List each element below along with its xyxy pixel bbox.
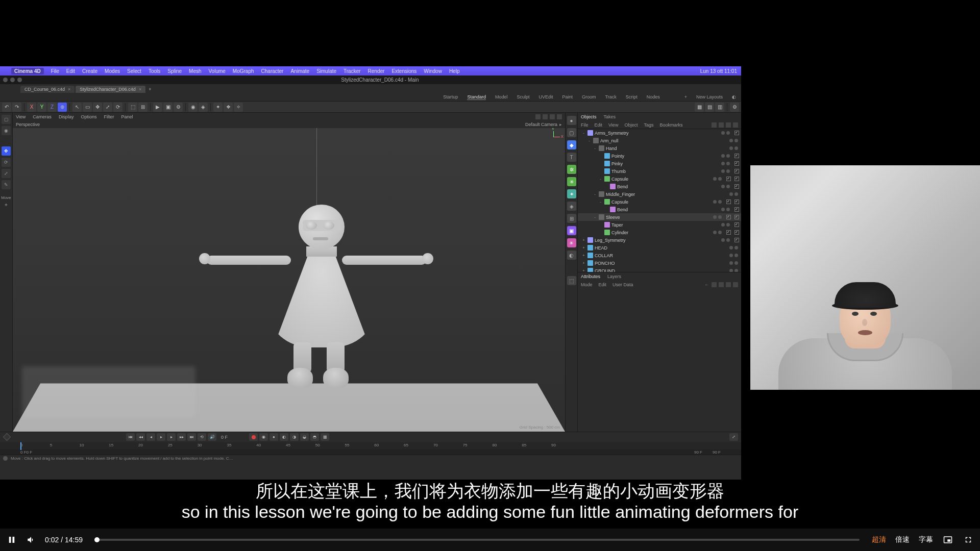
redo-button[interactable]: ↷ [12, 103, 21, 112]
axis-gizmo[interactable]: YX [548, 131, 560, 143]
scale-tool-icon[interactable]: ⤢ [2, 169, 11, 178]
visibility-dots[interactable] [729, 246, 738, 249]
palette-mograph-icon[interactable]: ✳ [567, 177, 576, 186]
key-pla-icon[interactable]: ◓ [310, 433, 319, 441]
visibility-dots[interactable] [721, 223, 730, 227]
key-pos-icon[interactable]: ● [270, 433, 278, 441]
layout-script[interactable]: Script [626, 94, 638, 99]
obj-menu-object[interactable]: Object [624, 122, 638, 128]
menu-edit[interactable]: Edit [66, 68, 75, 74]
vp-icon[interactable] [535, 114, 541, 119]
panel-icon[interactable] [719, 122, 724, 128]
attr-menu-mode[interactable]: Mode [581, 282, 593, 287]
layout-model[interactable]: Model [495, 94, 508, 99]
menu-animate[interactable]: Animate [290, 68, 309, 74]
visibility-dots[interactable] [721, 238, 730, 242]
menu-modes[interactable]: Modes [105, 68, 120, 74]
tree-row[interactable]: Cylinder [578, 229, 741, 236]
visibility-dots[interactable] [713, 231, 722, 234]
new-tab-button[interactable]: + [146, 86, 153, 93]
speed-button[interactable]: 倍速 [895, 535, 910, 544]
render-region-icon[interactable]: ▣ [163, 103, 173, 112]
palette-cube-icon[interactable]: ▢ [567, 128, 576, 137]
enable-checkbox[interactable] [734, 222, 739, 227]
key-param-icon[interactable]: ◒ [300, 433, 309, 441]
misc-tool-icon[interactable]: ✧ [234, 103, 243, 112]
axis-y-button[interactable]: Y [37, 103, 46, 112]
expand-icon[interactable]: + [581, 253, 586, 258]
close-icon[interactable]: × [139, 87, 141, 92]
enable-checkbox[interactable] [734, 238, 739, 242]
vp-menu-filter[interactable]: Filter [104, 114, 114, 119]
snap-enable-icon[interactable]: ◉ [188, 103, 198, 112]
menu-character[interactable]: Character [261, 68, 284, 74]
timeline-ruler[interactable]: 051015202530354045505560657075808590 [0, 442, 741, 450]
move-tool-icon[interactable]: ✥ [93, 103, 102, 112]
tab-takes[interactable]: Takes [604, 114, 616, 119]
layout-groom[interactable]: Groom [582, 94, 596, 99]
vp-menu-cameras[interactable]: Cameras [33, 114, 52, 119]
object-name[interactable]: Pinky [611, 161, 720, 166]
object-name[interactable]: Capsule [611, 199, 712, 205]
doc-tab-1[interactable]: CD_Course_06.c4d× [20, 86, 75, 93]
object-name[interactable]: Hand [606, 146, 728, 151]
object-name[interactable]: Leg_Symmetry [595, 238, 720, 243]
visibility-dots[interactable] [729, 261, 738, 265]
workplane-icon[interactable]: ◈ [199, 103, 208, 112]
visibility-dots[interactable] [721, 208, 730, 211]
render-view-icon[interactable]: ▶ [153, 103, 162, 112]
rotate-tool-icon[interactable]: ⟳ [113, 103, 122, 112]
menu-mesh[interactable]: Mesh [189, 68, 201, 74]
goto-start-icon[interactable]: ⏮ [126, 433, 135, 441]
menu-tracker[interactable]: Tracker [344, 68, 361, 74]
object-name[interactable]: Middle_Finger [606, 192, 728, 197]
object-name[interactable]: GROUND [595, 268, 728, 272]
expand-icon[interactable]: - [593, 192, 597, 196]
tree-row[interactable]: Bend [578, 206, 741, 213]
layout-uvedit[interactable]: UVEdit [538, 94, 553, 99]
object-name[interactable]: Thumb [611, 169, 720, 174]
tree-row[interactable]: -Hand [578, 144, 741, 152]
progress-bar[interactable] [95, 539, 860, 541]
expand-icon[interactable]: - [598, 177, 603, 181]
attr-menu-edit[interactable]: Edit [599, 282, 607, 287]
menu-extensions[interactable]: Extensions [391, 68, 416, 74]
expand-icon[interactable]: - [593, 146, 597, 151]
menu-select[interactable]: Select [127, 68, 141, 74]
visibility-dots[interactable] [729, 254, 738, 257]
record-icon[interactable] [249, 433, 258, 441]
layout-sculpt[interactable]: Sculpt [517, 94, 529, 99]
autokey-icon[interactable]: ◉ [259, 433, 268, 441]
enable-checkbox[interactable] [734, 161, 739, 166]
panel-icon[interactable] [733, 122, 738, 128]
misc-tool-icon[interactable]: ❖ [224, 103, 233, 112]
panel-icon[interactable] [719, 282, 724, 287]
attr-menu-userdata[interactable]: User Data [612, 282, 633, 287]
expand-icon[interactable]: + [581, 238, 586, 242]
object-name[interactable]: Taper [611, 222, 720, 228]
tag-icon[interactable] [734, 177, 739, 181]
enable-checkbox[interactable] [726, 177, 731, 181]
vp-menu-options[interactable]: Options [81, 114, 96, 119]
enable-checkbox[interactable] [726, 215, 731, 219]
key-mode-icon[interactable]: ▦ [321, 433, 329, 441]
render-settings-icon[interactable]: ⚙ [174, 103, 183, 112]
loop-icon[interactable]: ⟲ [198, 433, 206, 441]
cursor-tool-icon[interactable]: ↖ [72, 103, 82, 112]
panel-icon[interactable] [712, 122, 717, 128]
object-name[interactable]: Arms_Symmetry [595, 131, 720, 136]
tree-row[interactable]: +PONCHO [578, 259, 741, 267]
panel-icon[interactable] [712, 282, 717, 287]
palette-material-icon[interactable]: ◐ [567, 251, 576, 260]
next-frame-icon[interactable]: ▸ [167, 433, 176, 441]
layout-paint[interactable]: Paint [562, 94, 573, 99]
vp-menu-view[interactable]: View [16, 114, 26, 119]
settings-icon[interactable]: ⚙ [730, 103, 739, 112]
vp-icon[interactable] [543, 114, 548, 119]
timeline-range[interactable]: 0 F 0 F 90 F 90 F [0, 449, 741, 455]
tree-row[interactable]: Bend [578, 183, 741, 190]
expand-icon[interactable]: + [581, 245, 586, 250]
tree-row[interactable]: -Arm_null [578, 137, 741, 144]
menu-window[interactable]: Window [424, 68, 442, 74]
tree-row[interactable]: Thumb [578, 167, 741, 175]
